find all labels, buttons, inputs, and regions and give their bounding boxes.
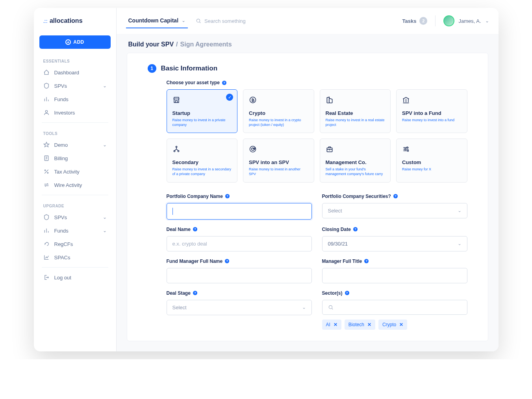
nav-section-essentials-label: ESSENTIALS [34, 54, 116, 66]
company-name-input[interactable] [167, 203, 312, 220]
nav-item-upgrade-funds[interactable]: Funds ⌄ [34, 224, 116, 237]
tag-label: Biotech [348, 322, 364, 327]
section-title: Basic Information [161, 65, 218, 72]
securities-select[interactable]: Select ⌄ [322, 203, 467, 218]
asset-description: Raise money to invest in another SPV [249, 167, 308, 176]
asset-icon [249, 145, 308, 155]
asset-title: Custom [402, 159, 462, 165]
asset-description: Sell a stake in your fund's management c… [326, 167, 385, 176]
breadcrumb: Build your SPV / Sign Agreements [117, 34, 499, 53]
nav-item-spacs[interactable]: SPACs [34, 251, 116, 264]
nav-item-funds[interactable]: Funds [34, 92, 116, 106]
manager-name-input[interactable] [167, 268, 312, 283]
field-label: Manager Full Title ? [322, 259, 467, 264]
sector-tag-ai[interactable]: AI✕ [322, 320, 341, 330]
chevron-down-icon: ⌄ [103, 83, 107, 89]
asset-type-label: Choose your asset type ? [167, 80, 467, 85]
asset-icon [402, 145, 462, 155]
nav-item-tax[interactable]: Tax Activity [34, 165, 116, 178]
chevron-down-icon: ⌄ [485, 18, 489, 24]
search-box[interactable]: Search something [196, 18, 282, 24]
shield-icon [43, 83, 50, 89]
remove-icon[interactable]: ✕ [399, 322, 403, 327]
nav-item-regcfs[interactable]: RegCFs [34, 237, 116, 251]
nav-item-upgrade-spvs[interactable]: SPVs ⌄ [34, 211, 116, 224]
field-label: Fund Manager Full Name ? [167, 259, 312, 264]
nav-item-dashboard[interactable]: Dashboard [34, 66, 116, 79]
asset-icon [172, 145, 232, 155]
deal-stage-select[interactable]: Select ⌄ [167, 300, 312, 315]
info-icon[interactable]: ? [364, 259, 369, 263]
topbar: Countdown Capital ⌄ Search something Tas… [117, 8, 499, 34]
info-icon[interactable]: ? [222, 81, 226, 85]
app-window: .::: allocations + ADD ESSENTIALS Dashbo… [34, 8, 499, 351]
nav-item-billing[interactable]: Billing [34, 151, 116, 165]
asset-card-management-co-[interactable]: Management Co.Sell a stake in your fund'… [320, 139, 391, 182]
svg-point-3 [47, 172, 48, 174]
user-menu[interactable]: James, A. ⌄ [443, 15, 489, 26]
info-icon[interactable]: ? [345, 291, 349, 295]
remove-icon[interactable]: ✕ [367, 322, 371, 327]
info-icon[interactable]: ? [225, 194, 230, 198]
nav-label: SPVs [54, 83, 98, 89]
info-icon[interactable]: ? [193, 227, 197, 231]
deal-name-input[interactable] [167, 236, 312, 251]
star-icon [43, 142, 50, 148]
step-number: 1 [148, 64, 156, 73]
svg-point-13 [405, 149, 406, 150]
search-placeholder: Search something [204, 18, 246, 24]
closing-date-select[interactable]: 09/30/21 ⌄ [322, 236, 467, 251]
manager-title-input[interactable] [322, 268, 467, 283]
form-grid: Portfolio Company Name ? Portfolio Compa… [167, 194, 467, 330]
asset-card-custom[interactable]: CustomRaise money for X [396, 139, 467, 182]
info-icon[interactable]: ? [225, 259, 229, 263]
nav-section-upgrade-label: UPGRADE [34, 198, 116, 211]
asset-description: Raise money for X [402, 167, 462, 172]
asset-card-secondary[interactable]: SecondaryRaise money to invest in a seco… [167, 139, 238, 182]
bars-icon [43, 227, 50, 234]
search-icon [196, 18, 201, 24]
nav-label: Funds [54, 228, 98, 234]
info-icon[interactable]: ? [193, 291, 197, 295]
nav-item-spvs[interactable]: SPVs ⌄ [34, 79, 116, 92]
asset-description: Raise money to invest into a fund [402, 118, 462, 122]
chevron-down-icon: ⌄ [103, 142, 107, 148]
asset-card-spv-into-a-fund[interactable]: SPV into a FundRaise money to invest int… [396, 89, 467, 133]
info-icon[interactable]: ? [353, 227, 358, 231]
nav-label: Dashboard [54, 70, 107, 76]
nav-item-demo[interactable]: Demo ⌄ [34, 138, 116, 151]
asset-card-startup[interactable]: ✓StartupRaise money to invest in a priva… [167, 89, 238, 133]
remove-icon[interactable]: ✕ [334, 322, 337, 327]
field-sectors: Sector(s) ? AI✕Biotech✕Crypto✕ [322, 290, 467, 330]
asset-title: SPV into a Fund [402, 110, 462, 116]
asset-card-real-estate[interactable]: Real EstateRaise money to invest in a re… [320, 89, 391, 133]
sectors-search-input[interactable] [322, 300, 467, 315]
asset-title: Startup [172, 110, 232, 116]
user-icon [43, 109, 50, 116]
nav-item-wire[interactable]: Wire Activity [34, 178, 116, 192]
home-icon [43, 69, 50, 76]
tasks-label: Tasks [402, 18, 417, 24]
info-icon[interactable]: ? [393, 194, 398, 198]
nav-item-investors[interactable]: Investors [34, 106, 116, 119]
asset-card-spv-into-an-spv[interactable]: SPV into an SPVRaise money to invest in … [243, 139, 314, 182]
asset-description: Raise money to invest in a crypto projec… [249, 118, 308, 127]
asset-type-grid: ✓StartupRaise money to invest in a priva… [167, 89, 467, 183]
asset-card-crypto[interactable]: CryptoRaise money to invest in a crypto … [243, 89, 314, 133]
sector-tag-crypto[interactable]: Crypto✕ [378, 320, 407, 330]
transfer-icon [43, 182, 50, 188]
nav-label: Billing [54, 155, 107, 161]
sector-tag-biotech[interactable]: Biotech✕ [345, 320, 375, 330]
nav-label: SPACs [54, 255, 107, 260]
org-selector[interactable]: Countdown Capital ⌄ [126, 13, 188, 28]
add-button[interactable]: + ADD [39, 35, 111, 49]
chevron-down-icon: ⌄ [103, 214, 107, 220]
nav-item-logout[interactable]: Log out [34, 271, 116, 284]
logo-text: allocations [50, 17, 83, 24]
svg-point-12 [407, 147, 408, 148]
loop-icon [43, 241, 50, 247]
field-deal-stage: Deal Stage ? Select ⌄ [167, 290, 312, 330]
chevron-down-icon: ⌄ [458, 241, 462, 246]
tag-label: AI [326, 322, 330, 327]
tasks-link[interactable]: Tasks 2 [402, 17, 428, 25]
